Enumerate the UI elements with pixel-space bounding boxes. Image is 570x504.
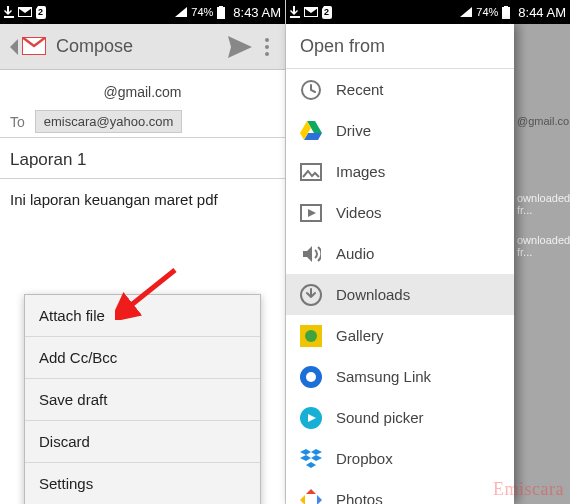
drawer-item-samsung[interactable]: Samsung Link (286, 356, 514, 397)
background-list: @gmail.com ownloaded fr... ownloaded fr.… (513, 24, 570, 504)
to-chip[interactable]: emiscara@yahoo.com (35, 110, 183, 133)
from-field[interactable]: @gmail.com (0, 70, 285, 106)
drawer-item-sound[interactable]: Sound picker (286, 397, 514, 438)
overflow-button[interactable] (255, 32, 279, 62)
drawer-item-drive[interactable]: Drive (286, 110, 514, 151)
drawer-item-videos[interactable]: Videos (286, 192, 514, 233)
gmail-icon (22, 37, 46, 57)
battery-icon (217, 6, 225, 19)
videos-icon (300, 202, 322, 224)
drawer-item-label: Videos (336, 204, 382, 221)
download-icon (4, 6, 14, 18)
battery-text: 74% (476, 6, 498, 18)
signal-icon (460, 7, 472, 17)
svg-point-3 (265, 52, 269, 56)
sound-icon (300, 407, 322, 429)
recent-icon (300, 79, 322, 101)
drawer-item-photos[interactable]: Photos (286, 479, 514, 504)
body-field[interactable]: Ini laporan keuangan maret pdf (0, 179, 285, 220)
drawer-item-dropbox[interactable]: Dropbox (286, 438, 514, 479)
clock-text: 8:44 AM (518, 5, 566, 20)
mail-icon (304, 7, 318, 17)
to-label: To (10, 114, 25, 130)
bg-download-text: ownloaded fr... (513, 194, 570, 214)
images-icon (300, 161, 322, 183)
menu-save-draft[interactable]: Save draft (25, 379, 260, 421)
drawer-item-downloads[interactable]: Downloads (286, 274, 514, 315)
sim-icon: 2 (36, 6, 51, 19)
mail-icon (18, 7, 32, 17)
dropbox-icon (300, 448, 322, 470)
page-title: Compose (56, 36, 225, 57)
subject-field[interactable]: Laporan 1 (0, 138, 285, 179)
phone-left: 2 74% 8:43 AM Compose (0, 0, 285, 504)
clock-text: 8:43 AM (233, 5, 281, 20)
phone-right: 2 74% 8:44 AM @gmail.com ownloaded fr...… (285, 0, 570, 504)
photos-icon (300, 489, 322, 505)
svg-point-2 (265, 45, 269, 49)
bg-download-text: ownloaded fr... (513, 236, 570, 256)
drawer-item-label: Sound picker (336, 409, 424, 426)
overflow-menu: Attach file Add Cc/Bcc Save draft Discar… (24, 294, 261, 504)
downloads-icon (300, 284, 322, 306)
drawer-item-label: Samsung Link (336, 368, 431, 385)
drawer-item-gallery[interactable]: Gallery (286, 315, 514, 356)
menu-add-cc-bcc[interactable]: Add Cc/Bcc (25, 337, 260, 379)
drawer-item-label: Audio (336, 245, 374, 262)
svg-point-9 (305, 330, 317, 342)
drawer-item-label: Downloads (336, 286, 410, 303)
drawer-item-label: Gallery (336, 327, 384, 344)
compose-content: @gmail.com To emiscara@yahoo.com Laporan… (0, 70, 285, 504)
download-icon (290, 6, 300, 18)
drawer-item-images[interactable]: Images (286, 151, 514, 192)
drawer-item-label: Dropbox (336, 450, 393, 467)
send-button[interactable] (225, 32, 255, 62)
drawer-item-recent[interactable]: Recent (286, 69, 514, 110)
menu-attach-file[interactable]: Attach file (25, 295, 260, 337)
menu-settings[interactable]: Settings (25, 463, 260, 504)
svg-point-1 (265, 38, 269, 42)
status-bar: 2 74% 8:43 AM (0, 0, 285, 24)
signal-icon (175, 7, 187, 17)
drawer-item-label: Images (336, 163, 385, 180)
gallery-icon (300, 325, 322, 347)
svg-rect-5 (301, 164, 321, 180)
audio-icon (300, 243, 322, 265)
battery-text: 74% (191, 6, 213, 18)
drawer-item-label: Drive (336, 122, 371, 139)
drive-icon (300, 120, 322, 142)
open-from-drawer: Open from RecentDriveImagesVideosAudioDo… (286, 24, 514, 504)
sim-icon: 2 (322, 6, 337, 19)
menu-discard[interactable]: Discard (25, 421, 260, 463)
svg-point-11 (306, 372, 316, 382)
drawer-item-label: Photos (336, 491, 383, 504)
drawer-item-label: Recent (336, 81, 384, 98)
bg-email-text: @gmail.com (513, 106, 570, 136)
drawer-item-audio[interactable]: Audio (286, 233, 514, 274)
action-bar: Compose (0, 24, 285, 70)
back-button[interactable] (6, 36, 20, 58)
battery-icon (502, 6, 510, 19)
status-bar: 2 74% 8:44 AM (286, 0, 570, 24)
drawer-title: Open from (286, 24, 514, 69)
samsung-icon (300, 366, 322, 388)
